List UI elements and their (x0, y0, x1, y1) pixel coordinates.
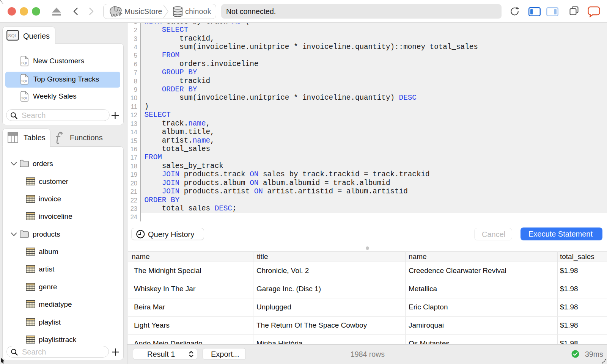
svg-text:SQL: SQL (21, 80, 28, 83)
svg-text:SQL: SQL (21, 97, 28, 100)
svg-text:SQL: SQL (21, 61, 28, 65)
svg-text:SQL: SQL (8, 33, 17, 38)
